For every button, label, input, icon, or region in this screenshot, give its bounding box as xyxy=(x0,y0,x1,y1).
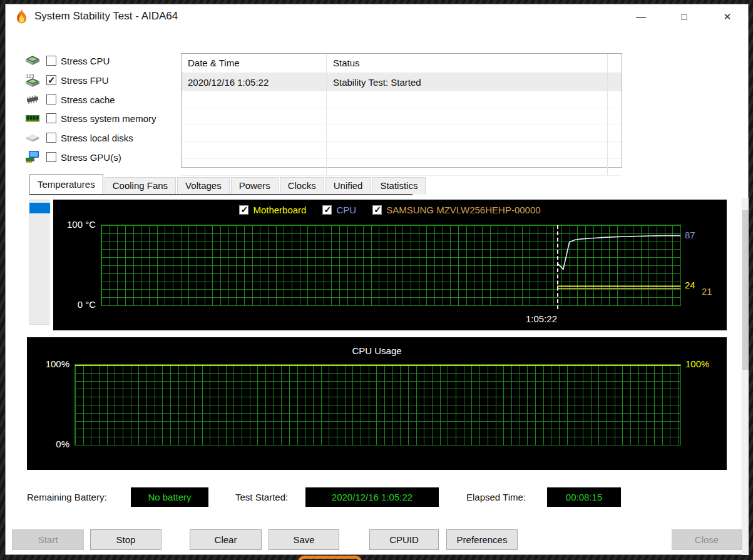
preferences-button[interactable]: Preferences xyxy=(446,529,518,550)
cpu-usage-series-line xyxy=(75,365,680,445)
table-header: Date & Time Status xyxy=(182,54,622,73)
background-logo-fragment xyxy=(298,556,362,560)
y-axis-top-label: 100 °C xyxy=(53,219,96,230)
cache-chip-icon xyxy=(24,92,41,107)
temperature-plot-grid xyxy=(101,225,681,306)
legend-item-samsung-mzvlw256hehp-00000: SAMSUNG MZVLW256HEHP-00000 xyxy=(372,205,540,215)
table-row[interactable]: 2020/12/16 1:05:22 Stability Test: Start… xyxy=(182,73,622,91)
column-header-status: Status xyxy=(327,54,608,73)
stress-disks-checkbox[interactable] xyxy=(46,133,56,143)
stress-option-row: Stress GPU(s) xyxy=(24,148,121,166)
title-bar: System Stability Test - AIDA64 — □ ✕ xyxy=(6,4,748,28)
tab-voltages[interactable]: Voltages xyxy=(177,177,230,195)
test-started-label: Test Started: xyxy=(235,487,288,507)
tab-strip-underline xyxy=(29,194,412,195)
temperature-chart-panel: MotherboardCPUSAMSUNG MZVLW256HEHP-00000… xyxy=(53,200,727,330)
stress-option-label: Stress GPU(s) xyxy=(61,152,121,163)
series-current-value: 21 xyxy=(702,286,712,297)
window-title: System Stability Test - AIDA64 xyxy=(34,4,178,28)
y-axis-bottom-label: 0% xyxy=(27,439,69,449)
table-row xyxy=(182,91,622,108)
start-button[interactable]: Start xyxy=(12,529,84,550)
temperature-legend: MotherboardCPUSAMSUNG MZVLW256HEHP-00000 xyxy=(53,205,727,215)
legend-label: SAMSUNG MZVLW256HEHP-00000 xyxy=(386,205,540,215)
stress-option-row: Stress system memory xyxy=(24,109,156,128)
close-window-icon[interactable]: ✕ xyxy=(718,9,737,25)
column-header-datetime: Date & Time xyxy=(182,54,327,73)
minimize-button[interactable]: — xyxy=(632,9,650,25)
legend-item-cpu: CPU xyxy=(322,205,356,215)
stress-option-label: Stress CPU xyxy=(61,56,110,66)
gpu-icon xyxy=(24,150,41,165)
legend-checkbox[interactable] xyxy=(239,205,248,215)
tab-unified[interactable]: Unified xyxy=(325,177,371,195)
y-axis-top-label: 100% xyxy=(27,359,69,369)
tab-temperatures[interactable]: Temperatures xyxy=(29,174,103,195)
fpu-chip-icon: 123 xyxy=(24,73,41,88)
stress-cpu-checkbox[interactable] xyxy=(46,56,56,66)
temperature-series-lines xyxy=(101,225,680,305)
stress-memory-checkbox[interactable] xyxy=(46,113,56,123)
test-started-value: 2020/12/16 1:05:22 xyxy=(305,487,439,507)
stress-cache-checkbox[interactable] xyxy=(46,94,56,104)
tab-cooling-fans[interactable]: Cooling Fans xyxy=(105,177,176,195)
series-current-value: 87 xyxy=(685,230,695,241)
save-button[interactable]: Save xyxy=(269,529,339,550)
chart-scale-slider[interactable] xyxy=(29,200,49,325)
cpu-usage-chart-panel: CPU Usage 100% 0% 100% xyxy=(27,337,727,470)
battery-label: Remaining Battery: xyxy=(27,487,107,507)
memory-module-icon xyxy=(24,111,41,126)
cell-datetime: 2020/12/16 1:05:22 xyxy=(182,73,327,91)
stress-fpu-checkbox[interactable] xyxy=(46,75,56,85)
table-row xyxy=(182,108,622,125)
tab-powers[interactable]: Powers xyxy=(231,177,279,195)
window-scrollbar[interactable] xyxy=(742,198,749,555)
test-start-marker xyxy=(557,225,558,309)
close-button[interactable]: Close xyxy=(672,529,742,550)
table-row xyxy=(182,125,622,142)
elapsed-time-label: Elapsed Time: xyxy=(466,487,526,507)
stress-option-label: Stress cache xyxy=(61,94,115,105)
legend-checkbox[interactable] xyxy=(322,205,332,215)
stress-option-row: Stress local disks xyxy=(24,128,133,147)
stress-option-row: Stress cache xyxy=(24,90,115,109)
usage-current-value: 100% xyxy=(685,359,709,370)
battery-value: No battery xyxy=(131,487,208,507)
column-header-spacer xyxy=(608,54,622,73)
x-axis-tick-label: 1:05:22 xyxy=(513,313,570,324)
maximize-button[interactable]: □ xyxy=(675,9,694,25)
tab-clocks[interactable]: Clocks xyxy=(280,177,324,195)
aida64-flame-icon xyxy=(14,9,29,27)
table-row xyxy=(182,142,622,159)
tab-statistics[interactable]: Statistics xyxy=(372,177,426,195)
stress-option-row: Stress CPU xyxy=(24,51,110,70)
legend-label: CPU xyxy=(336,205,356,215)
stress-option-label: Stress FPU xyxy=(61,75,109,86)
chart-title: CPU Usage xyxy=(27,345,727,356)
svg-text:123: 123 xyxy=(26,73,34,79)
legend-item-motherboard: Motherboard xyxy=(239,205,306,215)
stability-test-window: System Stability Test - AIDA64 — □ ✕ Str… xyxy=(5,4,749,555)
series-current-value: 24 xyxy=(685,280,695,291)
cpu-chip-icon xyxy=(24,53,41,68)
stress-option-row: 123 Stress FPU xyxy=(24,71,109,89)
elapsed-time-value: 00:08:15 xyxy=(547,487,621,507)
scrollbar-thumb[interactable] xyxy=(742,210,749,370)
hard-disk-icon xyxy=(24,130,41,145)
stop-button[interactable]: Stop xyxy=(90,529,161,550)
stress-option-label: Stress local disks xyxy=(61,133,133,143)
table-row xyxy=(182,159,622,176)
cpuid-button[interactable]: CPUID xyxy=(369,529,439,550)
clear-button[interactable]: Clear xyxy=(190,529,262,550)
stress-gpu-checkbox[interactable] xyxy=(46,152,56,162)
event-log-table: Date & Time Status 2020/12/16 1:05:22 St… xyxy=(181,53,622,168)
tab-strip: Temperatures Cooling Fans Voltages Power… xyxy=(29,174,427,195)
slider-thumb[interactable] xyxy=(29,203,50,213)
cpu-usage-plot-grid xyxy=(74,364,681,445)
legend-checkbox[interactable] xyxy=(372,205,382,215)
y-axis-bottom-label: 0 °C xyxy=(53,299,96,310)
stress-option-label: Stress system memory xyxy=(61,113,156,124)
legend-label: Motherboard xyxy=(253,205,306,215)
cell-status: Stability Test: Started xyxy=(327,73,608,91)
